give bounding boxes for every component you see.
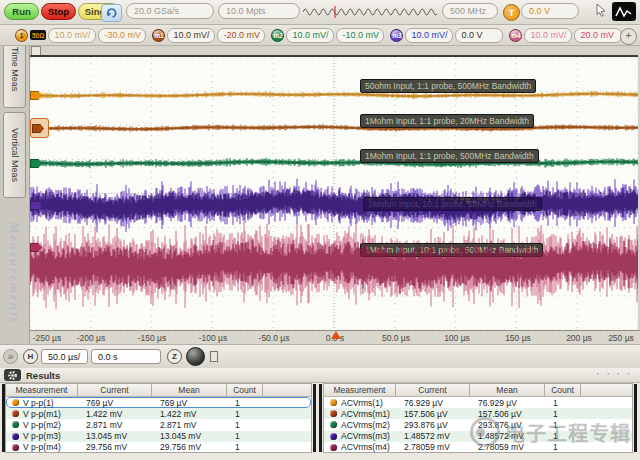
channel-offset-field-m1[interactable]: -20.0 mV [217,28,265,43]
measurement-mean: 157.506 µV [470,409,545,419]
ground-marker-rail [30,57,638,330]
zoom-icon[interactable]: Z [167,349,182,364]
channel-color-dot [330,421,337,428]
results-settings-button[interactable] [4,369,21,381]
measurement-current: 1.422 mV [78,409,152,419]
stop-button[interactable]: Stop [41,3,76,20]
measurement-row[interactable]: V p-p(1)769 µV769 µV1 [6,397,311,408]
measurement-name: ACVrms(m1) [341,409,390,419]
results-overflow-button[interactable]: · · · · [596,368,632,379]
measurement-row[interactable]: V p-p(m3)13.045 mV13.045 mV1 [6,431,311,442]
ground-marker-m2[interactable] [30,159,42,168]
channel-color-dot [12,433,19,440]
channel-group-m1: m110.0 mV/-20.0 mV [152,28,265,43]
ground-marker-m3[interactable] [30,201,42,210]
column-header: Mean [470,384,545,396]
bandwidth-field[interactable]: 500 MHz [442,3,498,19]
measurement-current: 13.045 mV [78,431,152,441]
oscilloscope-app: Run Stop Single 20.0 GSa/s 10.0 Mpts 500… [0,0,640,460]
scrollbar[interactable] [319,384,322,452]
scrollbar[interactable] [634,384,637,452]
column-header: Count [545,384,581,396]
column-header: Current [396,384,470,396]
run-button[interactable]: Run [4,3,39,20]
collapse-button[interactable]: » [3,349,18,364]
sample-rate-field[interactable]: 20.0 GSa/s [126,3,214,19]
waveform-display[interactable]: 1Mohm Input, 10:1 probe, 20MHz Bandwidth… [30,55,638,330]
measurement-mean: 76.929 µV [470,398,545,408]
channel-button-m4[interactable]: m4 [509,29,522,42]
channel-button-m2[interactable]: m2 [271,29,284,42]
measurement-count: 1 [545,409,581,419]
time-tick-label: -250 µs [23,333,71,343]
channel-scale-field-m3[interactable]: 10.0 mV/ [405,28,453,43]
results-panel: Results · · · · MeasurementCurrentMeanCo… [0,368,640,460]
measurements-table-right: MeasurementCurrentMeanCountACVrms(1)76.9… [323,383,633,453]
trigger-time-marker[interactable] [331,331,341,339]
measurement-mean: 769 µV [152,398,227,408]
measurements-ghost-label: Measurements [6,222,22,325]
trigger-position-indicator[interactable] [303,5,438,19]
measurement-name: V p-p(m3) [23,431,61,441]
measurement-mean: 13.045 mV [152,431,227,441]
measurement-name: V p-p(m2) [23,420,61,430]
channel-button-m1[interactable]: m1 [152,29,165,42]
channel-color-dot [330,433,337,440]
time-tick-label: 200 µs [555,333,603,343]
measurement-row[interactable]: ACVrms(m1)157.506 µV157.506 µV1 [324,408,632,419]
scrollbar[interactable] [2,384,5,452]
memory-depth-field[interactable]: 10.0 Mpts [218,3,300,19]
channel-offset-field-1[interactable]: -30.0 mV [98,28,146,43]
measurement-row[interactable]: ACVrms(m4)2.78059 mV2.78059 mV1 [324,442,632,453]
measurement-row[interactable]: ACVrms(m3)1.48572 mV1.48572 mV1 [324,431,632,442]
channel-bar: 150Ω10.0 mV/-30.0 mVm110.0 mV/-20.0 mVm2… [0,25,640,46]
display-mode-icon[interactable] [210,351,218,362]
time-tick-label: -100 µs [189,333,237,343]
ground-marker-1[interactable] [30,91,42,100]
timebase-scale-field[interactable]: 50.0 µs/ [41,349,88,364]
measurement-name: ACVrms(1) [341,398,383,408]
time-tick-label: 150 µs [494,333,542,343]
add-channel-button[interactable]: + [620,28,637,45]
time-tick-label: 250 µs [597,333,640,343]
channel-scale-field-m2[interactable]: 10.0 mV/ [286,28,334,43]
channel-scale-field-m1[interactable]: 10.0 mV/ [167,28,215,43]
channel-offset-field-m3[interactable]: 0.0 V [455,28,503,43]
timebase-position-field[interactable]: 0.0 s [91,349,161,364]
time-tick-label: 100 µs [433,333,481,343]
touch-button[interactable] [101,4,122,22]
results-header: Results · · · · [0,368,640,383]
trigger-source-icon[interactable]: T [503,4,520,21]
channel-button-1[interactable]: 1 [15,29,28,42]
horizontal-icon[interactable]: H [23,349,38,364]
channel-button-m3[interactable]: m3 [390,29,403,42]
measurement-count: 1 [545,442,581,452]
channel-scale-field-1[interactable]: 10.0 mV/ [48,28,96,43]
horizontal-knob[interactable] [186,347,205,366]
measurement-name: V p-p(m4) [23,442,61,452]
channel-scale-field-m4[interactable]: 10.0 mV/ [524,28,572,43]
measurement-name: ACVrms(m4) [341,442,390,452]
channel-color-dot [330,410,337,417]
measurement-current: 76.929 µV [396,398,470,408]
mouse-cursor-icon [595,3,607,18]
measurement-row[interactable]: V p-p(m2)2.871 mV2.871 mV1 [6,419,311,430]
channel-group-m3: m310.0 mV/0.0 V [390,28,503,43]
ground-marker-m4[interactable] [30,243,42,252]
channel-offset-field-m2[interactable]: -10.0 mV [336,28,384,43]
measurement-row[interactable]: V p-p(m4)29.756 mV29.756 mV1 [6,442,311,453]
measurement-count: 1 [545,420,581,430]
channel-offset-field-m4[interactable]: 20.0 mV [574,28,622,43]
left-sidebar: Time Meas Vertical Meas Measurements [0,46,30,344]
tab-vertical-meas[interactable]: Vertical Meas [3,112,26,198]
measurement-count: 1 [545,398,581,408]
trigger-level-field[interactable]: 0.0 V [521,3,579,19]
results-title: Results [26,370,60,381]
measurement-row[interactable]: V p-p(m1)1.422 mV1.422 mV1 [6,408,311,419]
scrollbar[interactable] [313,384,316,452]
tab-time-meas[interactable]: Time Meas [3,46,26,108]
measurement-row[interactable]: ACVrms(m2)293.876 µV293.876 µV1 [324,419,632,430]
measurement-current: 157.506 µV [396,409,470,419]
measurement-row[interactable]: ACVrms(1)76.929 µV76.929 µV1 [324,397,632,408]
channel-color-dot [330,444,337,451]
